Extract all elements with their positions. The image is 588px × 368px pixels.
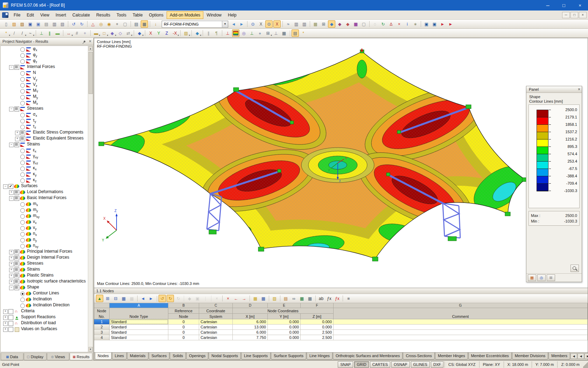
results-overlay-icon[interactable]: ◆ <box>344 20 351 28</box>
new-window-icon[interactable]: ▢ <box>121 20 129 28</box>
col-right-icon[interactable]: ► <box>147 295 155 302</box>
display-supports-icon[interactable]: ⊥ <box>224 29 231 37</box>
nav-forward-icon[interactable]: ► <box>238 20 245 28</box>
table-tab-orthotropic[interactable]: Orthotropic Surfaces and Membranes <box>333 353 402 360</box>
view-x-icon[interactable]: X <box>147 29 154 37</box>
solid-icon[interactable]: ◆ <box>108 29 116 37</box>
model-view[interactable]: Contour Lines [mm] RF-FORM-FINDING <box>94 38 588 288</box>
table-edit-icon[interactable]: ▲ <box>96 295 103 302</box>
expand-icon[interactable] <box>15 53 19 57</box>
tree-control[interactable] <box>14 285 19 290</box>
expand-icon[interactable] <box>15 71 19 75</box>
settings-icon[interactable]: ∗ <box>412 20 419 28</box>
view-minus-x-icon[interactable]: -X <box>171 29 178 37</box>
tree-control[interactable] <box>14 279 19 284</box>
snap-toggle[interactable]: SNAP <box>338 361 353 368</box>
guideline-icon[interactable]: ∥ <box>205 29 212 37</box>
pin-icon[interactable] <box>83 40 86 42</box>
tree-control[interactable] <box>20 303 25 308</box>
calculator-icon[interactable]: ▦ <box>306 295 314 302</box>
tree-item-vx[interactable]: vx <box>1 219 88 225</box>
tree-control[interactable] <box>20 214 25 218</box>
tree-control[interactable] <box>20 226 25 230</box>
delete-row-icon[interactable]: ⊟ <box>112 295 119 302</box>
table-x-icon[interactable]: ▦ <box>352 20 359 28</box>
export-icon[interactable]: ► <box>447 20 454 28</box>
tree-control[interactable] <box>20 232 25 236</box>
save-icon[interactable]: ▣ <box>35 20 42 28</box>
tree-scrollbar[interactable]: ▲ ▼ <box>88 46 93 352</box>
expand-icon[interactable] <box>9 65 13 69</box>
blocks-icon[interactable]: ⊞ <box>264 29 272 37</box>
close-button[interactable]: × <box>572 0 588 11</box>
tree-item-phi-z[interactable]: φz <box>1 58 88 64</box>
table-tab-solids[interactable]: Solids <box>170 353 186 360</box>
tree-control[interactable] <box>8 184 13 189</box>
expand-icon[interactable] <box>15 89 19 93</box>
fe-mesh-icon[interactable]: ◆ <box>328 20 335 28</box>
tree-item-ny[interactable]: ny <box>1 237 88 243</box>
grid-toggle[interactable]: GRID <box>354 361 369 368</box>
tree-control[interactable] <box>20 118 25 123</box>
close-icon[interactable]: × <box>578 87 580 92</box>
module2-icon[interactable]: ▣ <box>431 20 438 28</box>
tree-control[interactable] <box>20 166 25 171</box>
expand-icon[interactable] <box>9 268 13 272</box>
undo-icon[interactable]: ↺ <box>70 20 77 28</box>
open-file-icon[interactable]: ▨ <box>10 20 18 28</box>
select-special-icon[interactable]: + <box>113 20 121 28</box>
animation-icon[interactable]: ≈ <box>285 20 292 28</box>
open-project-icon[interactable]: ▨ <box>19 20 26 28</box>
menu-file[interactable]: File <box>10 11 23 19</box>
transform-icon[interactable]: ⇄ <box>125 29 132 37</box>
new-file-icon[interactable]: ▯ <box>2 20 10 28</box>
grid-icon[interactable]: ▦ <box>280 29 288 37</box>
tree-control[interactable] <box>20 59 25 63</box>
table-refresh-icon[interactable]: ↻ <box>175 295 182 302</box>
table-row[interactable]: 1 Standard 0 Cartesian 6.000 0.000 0.000 <box>94 319 588 325</box>
tree-control[interactable] <box>20 238 25 242</box>
tree-control[interactable] <box>20 77 25 81</box>
tree-item-gamma-xy[interactable]: γxy <box>1 154 88 159</box>
tree-item-mz[interactable]: Mz <box>1 100 88 106</box>
clear-disabled-icon[interactable]: × <box>213 295 220 302</box>
tab-first-button[interactable]: ◀ <box>570 353 577 359</box>
tree-control[interactable] <box>20 297 25 302</box>
tree-control[interactable] <box>20 113 25 117</box>
panel-colors-icon[interactable] <box>232 29 239 37</box>
delete-red-icon[interactable]: × <box>224 295 232 302</box>
new-member-icon[interactable]: ⊥ <box>38 29 45 37</box>
expand-icon[interactable] <box>9 262 13 266</box>
expand-icon[interactable] <box>15 238 19 242</box>
expand-icon[interactable] <box>9 280 13 284</box>
menu-help[interactable]: Help <box>225 11 240 19</box>
tree-control[interactable] <box>14 196 19 200</box>
menu-insert[interactable]: Insert <box>52 11 69 19</box>
filter-icon[interactable]: ▦ <box>128 295 135 302</box>
tree-item-phi-y[interactable]: φy <box>1 52 88 58</box>
tree-control[interactable] <box>20 154 25 159</box>
expand-icon[interactable] <box>9 107 13 111</box>
supports-display-icon[interactable]: ⊥ <box>248 29 255 37</box>
expand-icon[interactable] <box>15 47 19 51</box>
tree-item-plastic-strains[interactable]: Plastic Strains <box>1 273 88 279</box>
result-values-icon[interactable]: X <box>257 20 265 28</box>
tree-control[interactable] <box>14 107 19 111</box>
delete-right-icon[interactable]: → <box>240 295 248 302</box>
solid-display-icon[interactable]: ◎ <box>240 29 247 37</box>
expand-icon[interactable] <box>15 220 19 224</box>
expand-icon[interactable] <box>15 244 19 248</box>
panel-display-button[interactable]: ◎ <box>537 274 546 281</box>
nav-tab-data[interactable]: ▦Data <box>1 353 23 360</box>
tree-item-strains[interactable]: Strains <box>1 142 88 148</box>
menu-window[interactable]: Window <box>203 11 225 19</box>
expand-icon[interactable] <box>9 250 13 254</box>
tab-next-button[interactable]: ▶ <box>584 353 588 359</box>
tree-item-vy[interactable]: Vy <box>1 76 88 82</box>
tree-item-inclination[interactable]: Inclination <box>1 297 88 302</box>
tree-control[interactable] <box>20 71 25 75</box>
tree-item-surface-stresses[interactable]: Stresses <box>1 261 88 267</box>
tree-control[interactable] <box>14 255 19 260</box>
expand-icon[interactable] <box>3 321 7 325</box>
tree-item-kappa-y[interactable]: κy <box>1 171 88 177</box>
